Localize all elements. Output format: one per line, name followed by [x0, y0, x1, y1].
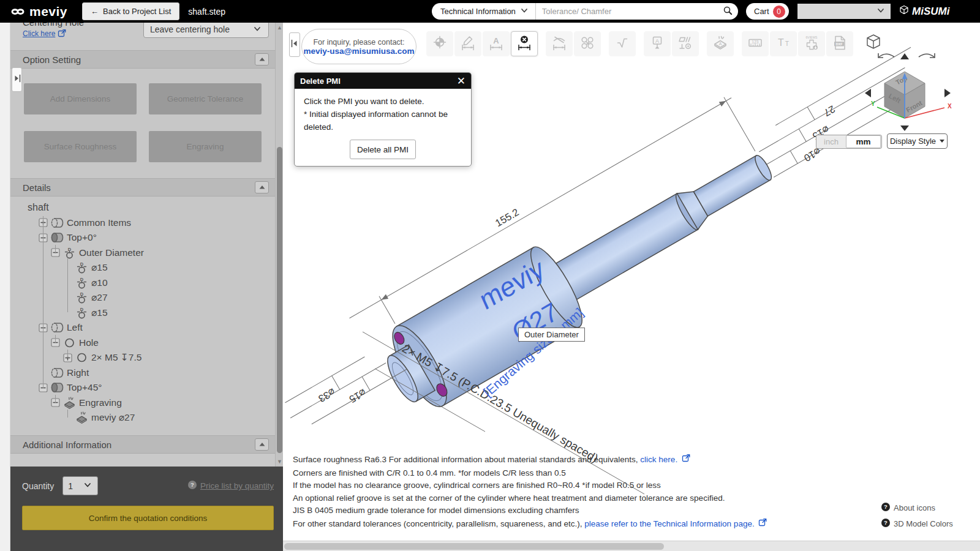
scrollbar-thumb[interactable]	[284, 543, 664, 550]
text-size-button[interactable]: TT	[770, 31, 797, 56]
collapsed-panel-strip	[0, 23, 10, 551]
tree-item-top-0[interactable]: Top+0°	[10, 230, 275, 246]
panel-expand-button[interactable]	[12, 67, 22, 92]
collapse-section-button[interactable]	[255, 438, 269, 451]
scroll-down-arrow[interactable]: ▼	[276, 458, 283, 465]
scrollbar-thumb[interactable]	[277, 147, 282, 453]
click-here-link[interactable]: click here.	[640, 455, 677, 464]
confirm-quotation-button[interactable]: Confirm the quotation conditions	[22, 506, 274, 530]
tree-item-d10[interactable]: D ⌀10	[10, 276, 275, 291]
unit-inch-option[interactable]: inch	[816, 137, 846, 146]
rotate-up-arrow[interactable]	[900, 53, 909, 59]
cart-button[interactable]: Cart 0	[746, 3, 789, 20]
tree-item-meviy-engraving[interactable]: meviy ⌀27	[10, 410, 275, 425]
geometric-tolerance-button[interactable]: Geometric Tolerance	[149, 83, 262, 114]
delete-all-pmi-button[interactable]: Delete all PMI	[350, 140, 416, 159]
delete-dimension-icon	[516, 35, 532, 53]
horizontal-scrollbar[interactable]	[283, 541, 980, 551]
x-axis-label: X	[948, 103, 952, 110]
svg-text:6VIEWS: 6VIEWS	[806, 35, 818, 39]
text-dimension-button[interactable]: A	[483, 31, 510, 56]
tree-item-m5-thread[interactable]: 2× M5 ↧7.5	[10, 350, 275, 365]
tree-item-d15[interactable]: D ⌀15	[10, 260, 275, 276]
quantity-select[interactable]: 1	[62, 476, 98, 495]
diameter-icon: D	[75, 261, 89, 274]
search-button[interactable]	[717, 3, 738, 20]
display-style-button[interactable]: Display Style	[887, 133, 948, 149]
tree-item-engraving[interactable]: Engraving	[10, 395, 275, 411]
chevron-down-icon	[940, 140, 944, 143]
tree-item-top-45[interactable]: Top+45°	[10, 380, 275, 395]
surface-roughness-button[interactable]: Surface Roughness	[24, 131, 137, 162]
engraving-stamp-icon: A	[712, 35, 728, 53]
misumi-logo[interactable]: MiSUMi	[899, 5, 949, 18]
viewer-area[interactable]: 155.2 ⌀10 ⌀15 27	[283, 23, 980, 551]
collapse-section-button[interactable]	[255, 53, 269, 66]
dim-back-d33[interactable]: ⌀33	[317, 386, 337, 405]
collapse-section-button[interactable]	[255, 181, 269, 193]
unit-mm-option[interactable]: mm	[846, 135, 881, 148]
tree-item-left[interactable]: Left	[10, 320, 275, 335]
centering-hole-help-link[interactable]: Click here	[23, 28, 67, 40]
tree-item-shaft[interactable]: shaft	[10, 200, 275, 216]
meviy-logo[interactable]: meviy	[10, 4, 67, 19]
measure-button[interactable]: 123	[742, 31, 769, 56]
external-link-icon	[57, 28, 67, 40]
engraving-tool-button[interactable]: A	[707, 31, 734, 56]
cube-icon	[899, 5, 909, 18]
technical-information-link[interactable]: please refer to the Technical Informatio…	[584, 519, 754, 528]
inquiry-email-link[interactable]: meviy-usa@misumiusa.com	[303, 47, 414, 56]
close-icon[interactable]: ✕	[457, 76, 466, 86]
svg-text:A: A	[719, 42, 722, 46]
engraving-button[interactable]: Engraving	[149, 131, 262, 162]
look-left-arrow[interactable]	[865, 89, 871, 97]
delete-pmi-button[interactable]	[511, 31, 538, 56]
pmi-toolbar: A A A 123 TT 6VIEWS DXF	[426, 31, 853, 56]
search-bar: Technical Information	[432, 3, 738, 20]
back-to-project-list-button[interactable]: ← Back to Project List	[82, 2, 179, 20]
dim-overall-length[interactable]: 155.2	[493, 206, 521, 228]
look-right-arrow[interactable]	[944, 89, 951, 97]
geometric-tolerance-tool-button[interactable]	[672, 31, 699, 56]
tree-item-d15-2[interactable]: D ⌀15	[10, 305, 275, 321]
rotate-left-icon	[878, 53, 894, 58]
dialog-header[interactable]: Delete PMI ✕	[295, 73, 471, 89]
move-pmi-button[interactable]	[574, 31, 601, 56]
six-views-button[interactable]: 6VIEWS	[798, 31, 825, 56]
datum-label-button[interactable]: A	[644, 31, 671, 56]
cylinder-icon	[50, 381, 64, 394]
hole-icon	[75, 351, 89, 364]
model-colors-link[interactable]: ? 3D Model Colors	[881, 518, 953, 530]
dim-back-d15[interactable]: ⌀15	[347, 387, 368, 405]
delete-pmi-dialog: Delete PMI ✕ Click the PMI you want to d…	[294, 72, 472, 167]
sidebar-scrollbar[interactable]: ▲ ▼	[275, 23, 283, 467]
ruler-123-icon: 123	[747, 35, 763, 53]
tree-item-outer-diameter[interactable]: D Outer Diameter	[10, 246, 275, 261]
engraving-icon	[75, 411, 89, 424]
language-select[interactable]	[797, 4, 891, 19]
chevron-down-icon	[83, 480, 92, 492]
scroll-up-arrow[interactable]: ▲	[276, 24, 283, 31]
search-category-select[interactable]: Technical Information	[432, 3, 536, 20]
tolerance-notes: Surface roughness Ra6.3 For additional i…	[293, 453, 783, 531]
look-down-arrow[interactable]	[900, 126, 909, 131]
centering-hole-select[interactable]: Leave centering hole	[143, 21, 269, 38]
surface-roughness-tool-button[interactable]	[609, 31, 636, 56]
add-dimensions-button[interactable]: Add Dimensions	[24, 83, 137, 114]
search-input[interactable]	[536, 7, 717, 16]
datum-target-button[interactable]	[426, 31, 453, 56]
tree-item-common-items[interactable]: Common Items	[10, 216, 275, 231]
dxf-export-button[interactable]: DXF	[826, 31, 853, 56]
add-dimension-button[interactable]	[454, 31, 481, 56]
dim-tip-len27[interactable]: 27	[822, 103, 837, 119]
tree-item-right[interactable]: Right	[10, 365, 275, 381]
tree-item-hole[interactable]: Hole	[10, 335, 275, 351]
hide-dimension-button[interactable]	[546, 31, 573, 56]
price-list-link[interactable]: ? Price list by quantity	[187, 480, 274, 492]
tree-item-d27[interactable]: D ⌀27	[10, 290, 275, 305]
panel-collapse-button[interactable]	[289, 32, 300, 57]
y-axis-label: Y	[871, 100, 875, 107]
chevron-down-icon	[876, 6, 886, 18]
about-icons-link[interactable]: ? About icons	[881, 502, 953, 514]
diameter-icon: D	[75, 291, 89, 304]
